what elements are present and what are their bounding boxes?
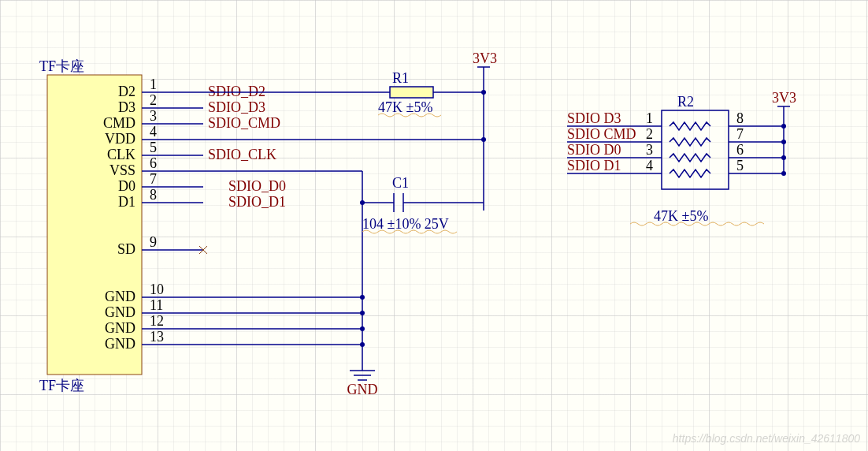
r2-net: SDIO D1 <box>567 158 621 173</box>
pin-num: 7 <box>150 171 157 187</box>
net-label-cmd: SDIO_CMD <box>208 115 280 131</box>
svg-point-47 <box>781 140 786 144</box>
c1-value: 104 ±10% 25V <box>362 216 449 232</box>
r1-ref: R1 <box>392 70 409 86</box>
r2-lnum: 2 <box>646 126 653 142</box>
svg-point-49 <box>781 171 786 176</box>
pin-name: GND <box>105 320 135 336</box>
r1-body <box>390 87 433 98</box>
pin-name: VSS <box>109 162 135 178</box>
net-label-d2: SDIO_D2 <box>208 84 265 99</box>
svg-point-23 <box>360 311 365 315</box>
r2-rnum: 7 <box>736 126 744 142</box>
pin-num: 1 <box>150 76 157 92</box>
pin-num: 6 <box>150 155 157 171</box>
pin-name: GND <box>105 304 135 320</box>
pin-num: 12 <box>150 313 164 329</box>
pin-name: VDD <box>105 131 135 147</box>
svg-point-24 <box>360 326 365 331</box>
pin-num: 11 <box>150 297 163 313</box>
pin-num: 4 <box>150 124 157 140</box>
pin-name: GND <box>105 289 135 304</box>
tf-title-bottom: TF卡座 <box>39 378 84 393</box>
pin-name: D0 <box>118 178 135 194</box>
pin-num: 10 <box>150 281 164 297</box>
r2-rnum: 5 <box>736 158 744 173</box>
r2-lnum: 1 <box>646 110 653 126</box>
svg-point-25 <box>360 342 365 347</box>
c1-ref: C1 <box>392 175 409 191</box>
pin-num: 2 <box>150 92 157 108</box>
r2-rnum: 6 <box>736 142 744 158</box>
pin-name: SD <box>117 241 135 257</box>
r2-net: SDIO D0 <box>567 142 621 158</box>
net-label-clk: SDIO_CLK <box>208 147 276 162</box>
gnd-label: GND <box>347 382 378 397</box>
schematic-canvas: TF卡座 TF卡座 D2 1 SDIO_D2 D3 2 SDIO_D3 CMD … <box>0 0 868 451</box>
pin-name: D1 <box>118 194 135 210</box>
r2-ref: R2 <box>677 94 694 110</box>
svg-point-22 <box>360 295 365 300</box>
r2-net: SDIO D3 <box>567 110 621 126</box>
pin-num: 5 <box>150 140 157 155</box>
pin-name: CMD <box>103 115 135 131</box>
v3v3-left: 3V3 <box>473 50 497 66</box>
pin-name: D2 <box>118 84 135 99</box>
pin-name: CLK <box>107 147 135 162</box>
svg-point-48 <box>781 155 786 160</box>
pin-num: 3 <box>150 108 157 124</box>
r2-value: 47K ±5% <box>654 208 708 224</box>
pin-num: 8 <box>150 187 157 203</box>
r2-rnum: 8 <box>736 110 744 126</box>
r1-value: 47K ±5% <box>378 99 432 115</box>
watermark: https://blog.csdn.net/weixin_42611800 <box>673 432 860 445</box>
pin-name: GND <box>105 336 135 352</box>
r2-lnum: 3 <box>646 142 653 158</box>
r2-net: SDIO CMD <box>567 126 636 142</box>
r2-lnum: 4 <box>646 158 653 173</box>
pin-name: D3 <box>118 99 135 115</box>
pin-num: 13 <box>150 329 164 345</box>
pin-num: 9 <box>150 234 157 250</box>
net-label-d3: SDIO_D3 <box>208 99 265 115</box>
tf-title-top: TF卡座 <box>39 58 84 74</box>
svg-point-46 <box>781 124 786 129</box>
net-label-d1: SDIO_D1 <box>228 194 286 210</box>
v3v3-right: 3V3 <box>772 90 796 106</box>
net-label-d0: SDIO_D0 <box>228 178 286 194</box>
